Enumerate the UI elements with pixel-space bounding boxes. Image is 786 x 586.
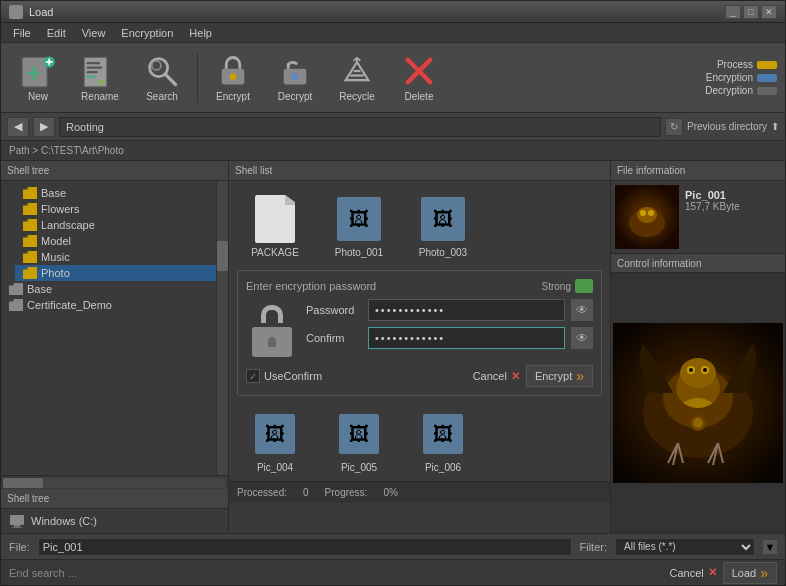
confirm-eye-icon[interactable]: 👁 — [571, 327, 593, 349]
file-item-pic005[interactable]: Pic_005 — [321, 404, 397, 477]
shell-list-label: Shell list — [235, 165, 272, 176]
menu-encryption[interactable]: Encryption — [113, 25, 181, 41]
title-bar: Load _ □ ✕ — [1, 1, 785, 23]
svg-rect-22 — [14, 525, 20, 527]
decrypt-label: Decrypt — [278, 91, 312, 102]
decrypt-button[interactable]: Decrypt — [266, 47, 324, 109]
rename-button[interactable]: Rename — [71, 47, 129, 109]
svg-rect-8 — [87, 67, 103, 69]
menu-edit[interactable]: Edit — [39, 25, 74, 41]
file-item-pic006[interactable]: Pic_006 — [405, 404, 481, 477]
strength-label: Strong — [542, 281, 571, 292]
file-name: Photo_003 — [419, 247, 467, 258]
file-item-package[interactable]: PACKAGE — [237, 189, 313, 262]
file-name: Pic_004 — [257, 462, 293, 473]
svg-point-16 — [230, 73, 237, 80]
delete-label: Delete — [405, 91, 434, 102]
svg-point-18 — [292, 73, 299, 80]
file-info-label: File information — [617, 165, 685, 176]
end-search[interactable]: End search ... — [9, 567, 77, 579]
close-button[interactable]: ✕ — [761, 5, 777, 19]
filter-select[interactable]: All files (*.*) — [615, 538, 755, 556]
tree-item-base1[interactable]: Base — [15, 185, 216, 201]
cancel-button[interactable]: Cancel ✕ — [473, 370, 520, 383]
lock-shackle — [261, 305, 283, 323]
nav-refresh-button[interactable]: ↻ — [665, 118, 683, 136]
tree-item-landscape[interactable]: Landscape — [15, 217, 216, 233]
shell-tree-bottom-label: Shell tree — [7, 493, 49, 504]
cancel-x-icon: ✕ — [511, 370, 520, 383]
window-title: Load — [29, 6, 53, 18]
file-thumbnail — [615, 185, 679, 249]
password-eye-icon[interactable]: 👁 — [571, 299, 593, 321]
processed-label: Processed: — [237, 487, 287, 498]
menu-view[interactable]: View — [74, 25, 114, 41]
decryption-indicator — [757, 87, 777, 95]
folder-icon — [9, 283, 23, 295]
use-confirm-checkbox[interactable]: ✓ UseConfirm — [246, 369, 322, 383]
search-button[interactable]: Search — [133, 47, 191, 109]
tree-item-label: Music — [41, 251, 70, 263]
status-bar: End search ... Cancel ✕ Load » — [1, 559, 785, 585]
password-row: Password 👁 — [306, 299, 593, 321]
windows-drive[interactable]: Windows (C:) — [1, 509, 228, 533]
pic005-icon — [337, 408, 381, 460]
tree-item-flowers[interactable]: Flowers — [15, 201, 216, 217]
tree-item-cert[interactable]: Certificate_Demo — [1, 297, 216, 313]
encryption-indicator — [757, 74, 777, 82]
status-cancel-button[interactable]: Cancel ✕ — [669, 566, 716, 579]
bottom-bar: File: Filter: All files (*.*) ▼ — [1, 533, 785, 559]
tree-item-base2[interactable]: Base — [1, 281, 216, 297]
password-input[interactable] — [368, 299, 565, 321]
file-item-photo001[interactable]: Photo_001 — [321, 189, 397, 262]
svg-point-39 — [693, 418, 703, 428]
confirm-input[interactable] — [368, 327, 565, 349]
folder-icon — [23, 219, 37, 231]
tree-item-label: Base — [41, 187, 66, 199]
title-controls: _ □ ✕ — [725, 5, 777, 19]
file-item-pic004[interactable]: Pic_004 — [237, 404, 313, 477]
encryption-label: Encryption — [706, 72, 753, 83]
file-info-panel: File information — [611, 161, 785, 533]
encrypt-action-button[interactable]: Encrypt » — [526, 365, 593, 387]
file-item-photo003[interactable]: Photo_003 — [405, 189, 481, 262]
control-info-label: Control information — [617, 258, 701, 269]
file-label: File: — [9, 541, 30, 553]
maximize-button[interactable]: □ — [743, 5, 759, 19]
svg-rect-23 — [12, 527, 22, 528]
tree-scrollbar[interactable] — [216, 181, 228, 475]
filter-dropdown-button[interactable]: ▼ — [763, 540, 777, 554]
delete-button[interactable]: Delete — [390, 47, 448, 109]
shell-tree-header: Shell tree — [1, 161, 228, 181]
file-info-text: Pic_001 157,7 KByte — [679, 185, 745, 216]
nav-forward-button[interactable]: ▶ — [33, 117, 55, 137]
file-value-input[interactable] — [38, 538, 572, 556]
recycle-button[interactable]: Recycle — [328, 47, 386, 109]
load-button[interactable]: Load » — [723, 562, 777, 584]
file-name: Photo_001 — [335, 247, 383, 258]
search-tool-icon — [144, 53, 180, 89]
minimize-button[interactable]: _ — [725, 5, 741, 19]
tree-item-label: Flowers — [41, 203, 80, 215]
h-scrollbar[interactable] — [3, 478, 226, 488]
file-name: Pic_006 — [425, 462, 461, 473]
menu-file[interactable]: File — [5, 25, 39, 41]
tree-item-model[interactable]: Model — [15, 233, 216, 249]
nav-back-button[interactable]: ◀ — [7, 117, 29, 137]
file-grid-bottom: Pic_004 Pic_005 Pic_006 — [229, 400, 610, 481]
prev-dir-icon: ⬆ — [771, 121, 779, 132]
strength-indicator: Strong — [542, 279, 593, 293]
svg-rect-11 — [98, 80, 105, 85]
encrypt-button[interactable]: Encrypt — [204, 47, 262, 109]
load-arrow-icon: » — [760, 565, 768, 581]
menu-help[interactable]: Help — [181, 25, 220, 41]
svg-point-33 — [680, 358, 716, 388]
process-status: Process — [717, 59, 777, 70]
confirm-label: Confirm — [306, 332, 362, 344]
toolbar: New Rename — [1, 43, 785, 113]
tree-item-music[interactable]: Music — [15, 249, 216, 265]
new-button[interactable]: New — [9, 47, 67, 109]
photo001-icon — [337, 193, 381, 245]
nav-path: Rooting — [59, 117, 661, 137]
tree-item-photo[interactable]: Photo — [15, 265, 216, 281]
